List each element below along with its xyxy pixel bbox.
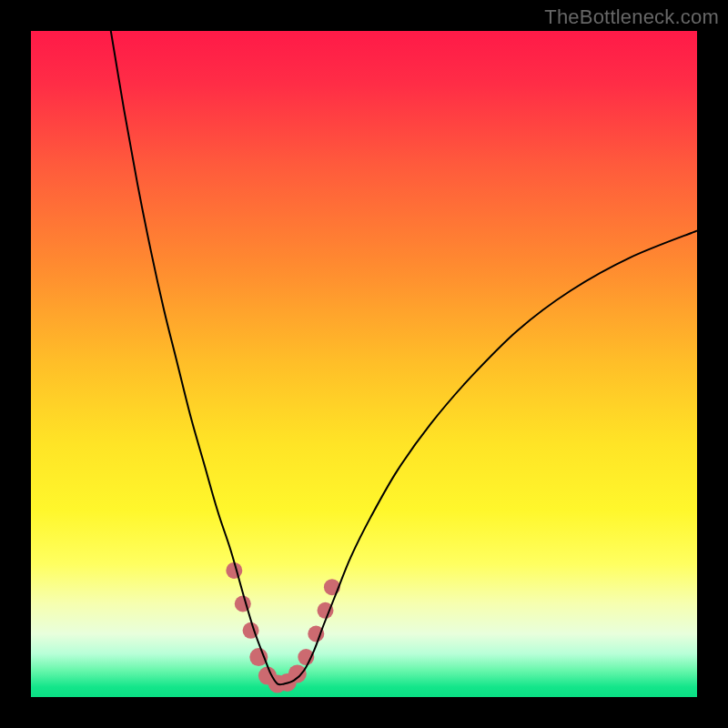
plot-background [31, 31, 697, 697]
bottleneck-chart [0, 0, 728, 728]
chart-frame: TheBottleneck.com [0, 0, 728, 728]
highlight-dot [249, 648, 268, 666]
watermark-label: TheBottleneck.com [544, 5, 719, 29]
highlight-dot [288, 664, 307, 682]
